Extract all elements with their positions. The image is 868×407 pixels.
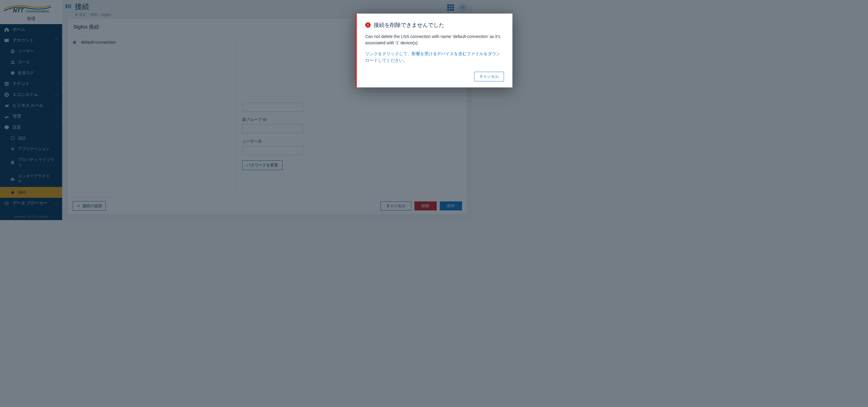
modal-title: 接続を削除できませんでした bbox=[374, 22, 444, 29]
error-modal: ! 接続を削除できませんでした Can not delete the LNS c… bbox=[355, 13, 513, 87]
modal-body-text: Can not delete the LNS connection with n… bbox=[365, 33, 504, 46]
error-icon: ! bbox=[365, 22, 371, 28]
download-link[interactable]: リンクをクリックして、影響を受けるデバイスを含むファイルをダウンロードしてくださ… bbox=[365, 50, 504, 64]
modal-overlay: ! 接続を削除できませんでした Can not delete the LNS c… bbox=[0, 0, 868, 220]
modal-cancel-button[interactable]: キャンセル bbox=[474, 72, 504, 82]
